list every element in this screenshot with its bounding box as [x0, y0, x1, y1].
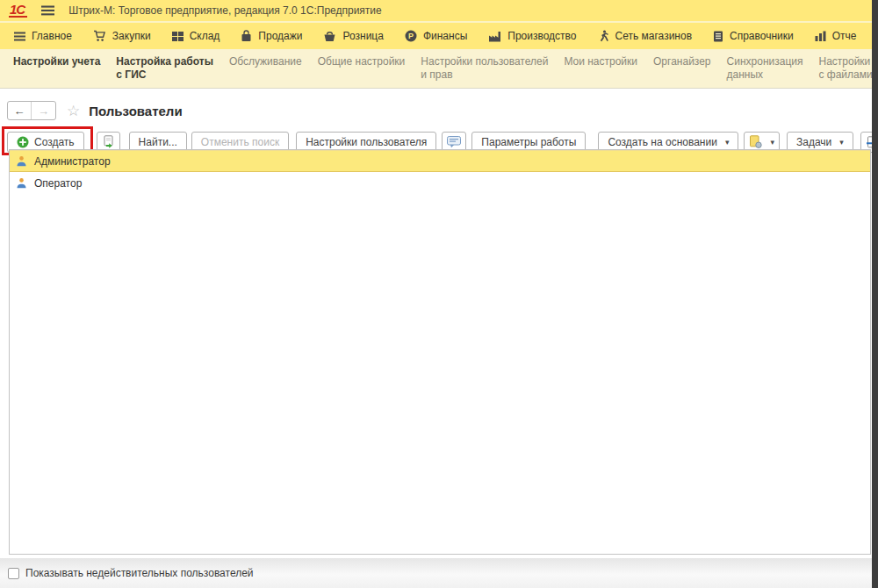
list-item-operator[interactable]: Оператор — [10, 172, 870, 194]
sections-menu: Главное Закупки Склад Продажи Розница Р … — [0, 23, 878, 49]
back-button[interactable] — [8, 102, 32, 119]
menu-item-label: Продажи — [258, 30, 302, 42]
bag-icon — [241, 30, 252, 42]
user-icon — [16, 177, 27, 189]
title-bar: 1С Штрих-М: Торговое предприятие, редакц… — [0, 0, 878, 23]
plus-circle-icon — [17, 136, 29, 148]
list-item-administrator[interactable]: Администратор — [10, 150, 870, 172]
menu-item-label: Производство — [507, 30, 576, 42]
1c-logo: 1С — [9, 4, 27, 18]
bar-chart-icon — [815, 31, 826, 41]
app-window: 1С Штрих-М: Торговое предприятие, редакц… — [0, 0, 878, 588]
show-invalid-users-checkbox[interactable] — [8, 568, 19, 579]
users-list: Администратор Оператор — [9, 149, 871, 555]
menu-item-prodazhi[interactable]: Продажи — [230, 23, 313, 49]
window-title: Штрих-М: Торговое предприятие, редакция … — [68, 4, 382, 17]
menu-item-finansy[interactable]: Р Финансы — [394, 23, 478, 49]
main-menu-icon[interactable] — [41, 5, 54, 16]
menu-item-glavnoe[interactable]: Главное — [0, 23, 83, 49]
basket-icon — [323, 30, 336, 42]
subnav-nastroyki-ucheta[interactable]: Настройки учета — [13, 55, 100, 88]
page-title: Пользователи — [89, 104, 182, 118]
factory-icon — [488, 31, 501, 42]
functional-panel: Настройки учета Настройка работыс ГИС Об… — [0, 49, 878, 89]
menu-item-spravochniki[interactable]: Справочники — [702, 23, 804, 49]
page-nav-row: Пользователи — [7, 100, 878, 121]
subnav-nastroyki-raboty-faylami[interactable]: Настройки работыс файлами — [818, 55, 878, 88]
comment-bubble-icon — [447, 136, 461, 148]
subnav-moi-nastroyki[interactable]: Мои настройки — [564, 55, 637, 88]
history-buttons — [7, 101, 56, 120]
menu-item-roznica[interactable]: Розница — [313, 23, 393, 49]
list-footer: Показывать недействительных пользователе… — [0, 558, 878, 588]
subnav-nastroyka-raboty-gis[interactable]: Настройка работыс ГИС — [116, 55, 213, 88]
menu-lines-icon — [14, 32, 25, 41]
menu-item-label: Розница — [342, 30, 383, 42]
menu-item-otchety[interactable]: Отче — [804, 23, 867, 49]
forward-button[interactable] — [32, 102, 55, 119]
menu-item-proizvodstvo[interactable]: Производство — [478, 23, 587, 49]
cart-icon — [93, 30, 106, 42]
subnav-organayzer[interactable]: Органайзер — [653, 55, 711, 88]
menu-item-label: Отче — [832, 30, 857, 42]
subnav-sinhronizaciya-dannyh[interactable]: Синхронизацияданных — [727, 55, 803, 88]
subnav-nastroyki-polzovateley[interactable]: Настройки пользователейи прав — [421, 55, 548, 88]
ruble-circle-icon: Р — [405, 30, 417, 42]
menu-item-label: Закупки — [112, 30, 151, 42]
subnav-obshchie-nastroyki[interactable]: Общие настройки — [318, 55, 406, 88]
show-invalid-users-label: Показывать недействительных пользователе… — [25, 567, 254, 579]
menu-item-label: Главное — [32, 30, 72, 42]
svg-text:Р: Р — [408, 32, 414, 40]
courier-icon — [598, 30, 609, 42]
ledger-icon — [713, 31, 723, 42]
menu-item-sklad[interactable]: Склад — [162, 23, 231, 49]
menu-item-zakupki[interactable]: Закупки — [83, 23, 162, 49]
menu-item-label: Финансы — [423, 30, 467, 42]
report-document-icon — [749, 135, 762, 148]
menu-item-label: Справочники — [730, 30, 794, 42]
screen-edge-artifact — [872, 0, 878, 588]
menu-item-set-magazinov[interactable]: Сеть магазинов — [587, 23, 702, 49]
subnav-obsluzhivanie[interactable]: Обслуживание — [229, 55, 302, 88]
copy-document-icon — [102, 135, 115, 148]
grid-boxes-icon — [172, 31, 184, 42]
user-icon — [16, 155, 27, 167]
menu-item-label: Склад — [190, 30, 220, 42]
menu-item-label: Сеть магазинов — [615, 30, 692, 42]
star-icon[interactable] — [67, 104, 80, 118]
